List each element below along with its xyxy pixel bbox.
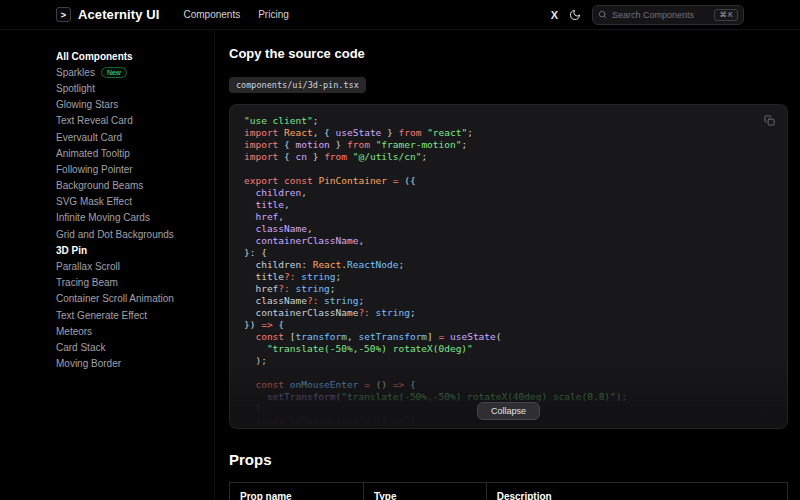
nav-link-components[interactable]: Components	[184, 9, 241, 20]
sidebar-item-label: Spotlight	[56, 83, 95, 94]
search-icon	[598, 10, 607, 19]
code-fade-overlay: Collapse	[230, 358, 787, 428]
sidebar-item-card-stack[interactable]: Card Stack	[56, 339, 214, 355]
search-shortcut-badge: ⌘ K	[714, 9, 738, 21]
new-badge: New	[101, 67, 127, 78]
code-line: children,	[244, 187, 773, 199]
sidebar-item-label: Background Beams	[56, 180, 143, 191]
logo-icon: >	[56, 7, 71, 22]
code-line: title?: string;	[244, 271, 773, 283]
code-line	[244, 163, 773, 175]
code-line: "translate(-50%,-50%) rotateX(0deg)"	[244, 343, 773, 355]
code-line: className,	[244, 223, 773, 235]
logo-symbol: >	[61, 10, 66, 20]
sidebar-item-label: Sparkles	[56, 67, 95, 78]
sidebar-item-parallax-scroll[interactable]: Parallax Scroll	[56, 258, 214, 274]
collapse-button[interactable]: Collapse	[477, 402, 540, 420]
sidebar-item-label: Tracing Beam	[56, 277, 118, 288]
code-line: export const PinContainer = ({	[244, 175, 773, 187]
code-line: title,	[244, 199, 773, 211]
sidebar-item-label: Meteors	[56, 326, 92, 337]
sidebar-item-label: Text Reveal Card	[56, 115, 133, 126]
sidebar-item-background-beams[interactable]: Background Beams	[56, 178, 214, 194]
props-heading: Props	[229, 451, 788, 468]
sidebar-item-all-components[interactable]: All Components	[56, 48, 214, 64]
sidebar-item-label: Moving Border	[56, 358, 121, 369]
sidebar-item-text-generate-effect[interactable]: Text Generate Effect	[56, 307, 214, 323]
sidebar-item-moving-border[interactable]: Moving Border	[56, 356, 214, 372]
sidebar-item-label: Glowing Stars	[56, 99, 118, 110]
sidebar-item-tracing-beam[interactable]: Tracing Beam	[56, 275, 214, 291]
code-line: import React, { useState } from "react";	[244, 127, 773, 139]
sidebar-item-label: All Components	[56, 51, 133, 62]
copy-code-button[interactable]	[762, 113, 777, 128]
props-column-header: Description	[486, 483, 787, 500]
props-header-row: Prop nameTypeDescription	[230, 483, 788, 500]
code-line: containerClassName,	[244, 235, 773, 247]
sidebar-item-glowing-stars[interactable]: Glowing Stars	[56, 97, 214, 113]
sidebar-item-3d-pin[interactable]: 3D Pin	[56, 242, 214, 258]
sidebar-item-label: Animated Tooltip	[56, 148, 130, 159]
sidebar-item-label: Card Stack	[56, 342, 105, 353]
sidebar-item-evervault-card[interactable]: Evervault Card	[56, 129, 214, 145]
code-line: }: {	[244, 247, 773, 259]
site-title: Aceternity UI	[78, 7, 160, 22]
page-layout: All ComponentsSparklesNewSpotlightGlowin…	[0, 30, 800, 500]
code-line: }) => {	[244, 319, 773, 331]
code-line: className?: string;	[244, 295, 773, 307]
sidebar-list: All ComponentsSparklesNewSpotlightGlowin…	[56, 48, 214, 372]
search-input[interactable]: Search Components ⌘ K	[592, 5, 744, 25]
sidebar-item-label: 3D Pin	[56, 245, 87, 256]
copy-icon	[764, 115, 775, 126]
code-line: const [transform, setTransform] = useSta…	[244, 331, 773, 343]
logo[interactable]: > Aceternity UI	[56, 7, 160, 22]
sidebar-item-svg-mask-effect[interactable]: SVG Mask Effect	[56, 194, 214, 210]
sidebar-item-animated-tooltip[interactable]: Animated Tooltip	[56, 145, 214, 161]
sidebar-item-meteors[interactable]: Meteors	[56, 323, 214, 339]
code-line: children: React.ReactNode;	[244, 259, 773, 271]
code-line: import { motion } from "framer-motion";	[244, 139, 773, 151]
sidebar-item-sparkles[interactable]: SparklesNew	[56, 64, 214, 80]
code-line: href?: string;	[244, 283, 773, 295]
sidebar-item-spotlight[interactable]: Spotlight	[56, 80, 214, 96]
sidebar-item-infinite-moving-cards[interactable]: Infinite Moving Cards	[56, 210, 214, 226]
x-twitter-icon[interactable]: X	[551, 9, 558, 21]
file-path-badge: components/ui/3d-pin.tsx	[229, 77, 366, 93]
code-line: "use client";	[244, 115, 773, 127]
sidebar-item-label: Infinite Moving Cards	[56, 212, 150, 223]
code-line: href,	[244, 211, 773, 223]
sidebar-item-following-pointer[interactable]: Following Pointer	[56, 161, 214, 177]
sidebar-item-grid-and-dot-backgrounds[interactable]: Grid and Dot Backgrounds	[56, 226, 214, 242]
sidebar-item-text-reveal-card[interactable]: Text Reveal Card	[56, 113, 214, 129]
sidebar-item-label: Container Scroll Animation	[56, 293, 174, 304]
sidebar-item-label: Text Generate Effect	[56, 310, 147, 321]
sidebar-item-label: SVG Mask Effect	[56, 196, 132, 207]
props-table: Prop nameTypeDescription	[229, 482, 788, 500]
sidebar-item-label: Evervault Card	[56, 132, 122, 143]
sidebar-item-label: Parallax Scroll	[56, 261, 120, 272]
theme-toggle-moon-icon[interactable]	[569, 9, 581, 21]
main-content: Copy the source code components/ui/3d-pi…	[215, 30, 800, 500]
sidebar-item-label: Following Pointer	[56, 164, 133, 175]
sidebar: All ComponentsSparklesNewSpotlightGlowin…	[0, 30, 215, 500]
nav-link-pricing[interactable]: Pricing	[258, 9, 289, 20]
code-block: "use client";import React, { useState } …	[229, 104, 788, 429]
navbar: > Aceternity UI ComponentsPricing X Sear…	[0, 0, 800, 30]
sidebar-item-label: Grid and Dot Backgrounds	[56, 229, 174, 240]
nav-links: ComponentsPricing	[184, 9, 289, 20]
page-title: Copy the source code	[229, 46, 788, 61]
navbar-right: X Search Components ⌘ K	[551, 5, 744, 25]
props-column-header: Prop name	[230, 483, 364, 500]
code-line: containerClassName?: string;	[244, 307, 773, 319]
sidebar-item-container-scroll-animation[interactable]: Container Scroll Animation	[56, 291, 214, 307]
code-line: import { cn } from "@/utils/cn";	[244, 151, 773, 163]
props-column-header: Type	[363, 483, 486, 500]
search-placeholder: Search Components	[612, 10, 709, 20]
